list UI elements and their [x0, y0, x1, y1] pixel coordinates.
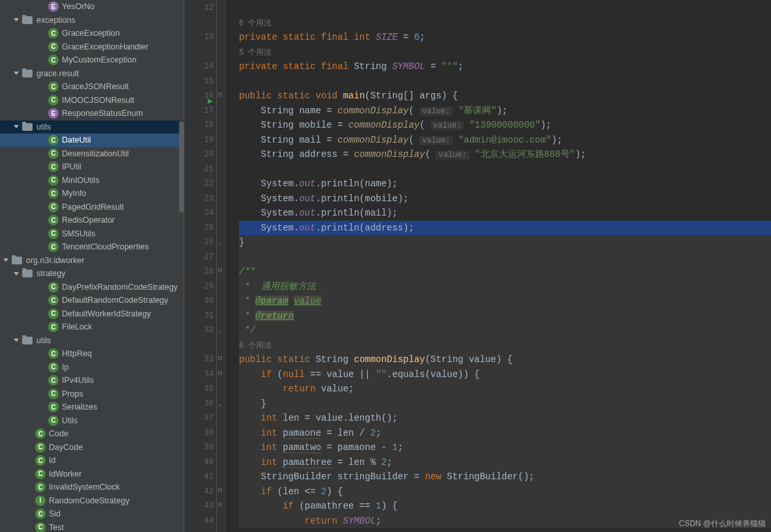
tree-node-iputil[interactable]: CIPUtil [0, 160, 184, 174]
code-line[interactable]: public static void main(String[] args) { [239, 89, 771, 104]
code-line[interactable]: * @return [239, 309, 771, 324]
code-line[interactable]: 6 个用法 [239, 338, 771, 353]
tree-node-utils[interactable]: utils [0, 334, 184, 348]
tree-node-ipv4utils[interactable]: CIPv4Utils [0, 374, 184, 387]
code-line[interactable]: private static final String SYMBOL = "*"… [239, 59, 771, 74]
tree-node-invalidsystemclock[interactable]: CInvalidSystemClock [0, 481, 184, 494]
tree-node-mycustomexception[interactable]: CMyCustomException [0, 53, 184, 67]
code-line[interactable]: * 通用脱敏方法 [239, 279, 771, 294]
fold-toggle-icon[interactable] [218, 369, 222, 377]
tree-node-grace-result[interactable]: grace.result [0, 67, 184, 81]
code-line[interactable]: public static String commonDisplay(Strin… [239, 352, 771, 367]
expand-arrow-icon[interactable] [13, 270, 20, 277]
code-line[interactable]: String mail = commonDisplay( value: "adm… [239, 133, 771, 148]
tree-node-yesorno[interactable]: EYesOrNo [0, 0, 184, 14]
tree-node-utils[interactable]: CUtils [0, 414, 184, 428]
tree-node-sid[interactable]: CSid [0, 507, 184, 521]
expand-arrow-icon[interactable] [13, 124, 20, 130]
code-line[interactable]: System.out.println(mobile); [239, 191, 771, 206]
tree-node-responsestatusenum[interactable]: EResponseStatusEnum [0, 107, 184, 120]
fold-toggle-icon[interactable] [218, 354, 222, 362]
class-icon: E [48, 1, 59, 12]
code-area[interactable]: 6 个用法private static final int SIZE = 6;5… [226, 0, 771, 532]
tree-node-daycode[interactable]: CDayCode [0, 441, 184, 455]
sidebar-scrollbar-thumb[interactable] [179, 121, 184, 212]
tree-node-pagedgridresult[interactable]: CPagedGridResult [0, 201, 184, 214]
code-line[interactable]: return value; [239, 382, 771, 397]
code-line[interactable]: StringBuilder stringBuilder = new String… [239, 469, 771, 484]
tree-node-myinfo[interactable]: CMyInfo [0, 187, 184, 201]
code-line[interactable]: String mobile = commonDisplay( value: "1… [239, 118, 771, 133]
code-line[interactable]: System.out.println(mail); [239, 206, 771, 221]
tree-node-props[interactable]: CProps [0, 387, 184, 401]
tree-node-strategy[interactable]: strategy [0, 267, 184, 281]
expand-arrow-icon[interactable] [3, 257, 9, 264]
tree-node-defaultworkeridstrategy[interactable]: CDefaultWorkerIdStrategy [0, 307, 184, 321]
code-line[interactable]: } [239, 397, 771, 412]
tree-node-graceexceptionhandler[interactable]: CGraceExceptionHandler [0, 40, 184, 54]
tree-node-label: DayCode [49, 443, 83, 452]
fold-column[interactable] [217, 0, 226, 532]
tree-node-httpreq[interactable]: CHttpReq [0, 347, 184, 361]
tree-node-tencentcloudproperties[interactable]: CTencentCloudProperties [0, 240, 184, 254]
expand-arrow-icon[interactable] [13, 337, 20, 344]
tree-node-test[interactable]: CTest [0, 521, 184, 533]
code-line[interactable]: int len = value.length(); [239, 411, 771, 426]
tree-node-dayprefixrandomcodestrategy[interactable]: CDayPrefixRandomCodeStrategy [0, 281, 184, 294]
tree-node-idworker[interactable]: CIdWorker [0, 468, 184, 481]
code-line[interactable] [239, 250, 771, 265]
run-gutter-icon[interactable]: ▶ [208, 96, 213, 106]
code-line[interactable]: if (pamathree == 1) { [239, 499, 771, 514]
fold-toggle-icon[interactable] [218, 399, 223, 408]
tree-node-gracejsonresult[interactable]: CGraceJSONResult [0, 80, 184, 94]
code-line[interactable]: * @param value [239, 294, 771, 309]
project-tree-sidebar[interactable]: EYesOrNoexceptionsCGraceExceptionCGraceE… [0, 0, 184, 532]
fold-toggle-icon[interactable] [218, 501, 222, 509]
code-editor[interactable]: 1213141516171819202122232425262728293031… [184, 0, 771, 532]
tree-node-id[interactable]: CId [0, 454, 184, 468]
fold-toggle-icon[interactable] [218, 266, 222, 274]
tree-node-code[interactable]: CCode [0, 427, 184, 441]
code-line[interactable]: System.out.println(name); [239, 176, 771, 191]
code-line[interactable]: System.out.println(address); [239, 221, 771, 236]
class-icon: C [48, 135, 59, 145]
tree-node-org-n3r-idworker[interactable]: org.n3r.idworker [0, 254, 184, 268]
code-line[interactable]: String address = commonDisplay( value: "… [239, 147, 771, 162]
tree-node-exceptions[interactable]: exceptions [0, 14, 184, 27]
tree-node-dateutil[interactable]: CDateUtil [0, 133, 184, 147]
code-line[interactable] [239, 74, 771, 89]
tree-node-graceexception[interactable]: CGraceException [0, 27, 184, 40]
code-line[interactable]: int pamatwo = pamaone - 1; [239, 440, 771, 455]
expand-arrow-icon[interactable] [13, 70, 20, 77]
code-line[interactable]: if (len <= 2) { [239, 484, 771, 499]
tree-node-filelock[interactable]: CFileLock [0, 320, 184, 334]
tree-node-minioutils[interactable]: CMinIOUtils [0, 174, 184, 188]
tree-node-serializes[interactable]: CSerializes [0, 400, 184, 414]
code-line[interactable]: 6 个用法 [239, 16, 771, 31]
tree-node-redisoperator[interactable]: CRedisOperator [0, 214, 184, 227]
code-line[interactable] [239, 162, 771, 177]
class-icon: C [48, 95, 59, 105]
code-line[interactable]: */ [239, 323, 771, 338]
fold-toggle-icon[interactable] [218, 325, 223, 335]
tree-node-smsutils[interactable]: CSMSUtils [0, 227, 184, 241]
code-line[interactable]: String name = commonDisplay( value: "慕课网… [239, 104, 771, 119]
expand-arrow-icon[interactable] [13, 17, 20, 23]
tree-node-ip[interactable]: CIp [0, 361, 184, 374]
fold-toggle-icon[interactable] [218, 237, 223, 247]
code-line[interactable]: int pamaone = len / 2; [239, 426, 771, 441]
tree-node-defaultrandomcodestrategy[interactable]: CDefaultRandomCodeStrategy [0, 294, 184, 307]
fold-toggle-icon[interactable] [218, 91, 222, 98]
fold-toggle-icon[interactable] [218, 486, 222, 494]
code-line[interactable]: /** [239, 264, 771, 279]
tree-node-imoocjsonresult[interactable]: CIMOOCJSONResult [0, 94, 184, 107]
code-line[interactable]: 5 个用法 [239, 45, 771, 60]
code-line[interactable] [239, 1, 771, 16]
code-line[interactable]: int pamathree = len % 2; [239, 455, 771, 470]
tree-node-utils[interactable]: utils [0, 120, 184, 134]
code-line[interactable]: } [239, 235, 771, 250]
tree-node-randomcodestrategy[interactable]: IRandomCodeStrategy [0, 494, 184, 508]
tree-node-desensitizationutil[interactable]: CDesensitizationUtil [0, 147, 184, 161]
code-line[interactable]: private static final int SIZE = 6; [239, 30, 771, 45]
code-line[interactable]: if (null == value || "".equals(value)) { [239, 367, 771, 382]
